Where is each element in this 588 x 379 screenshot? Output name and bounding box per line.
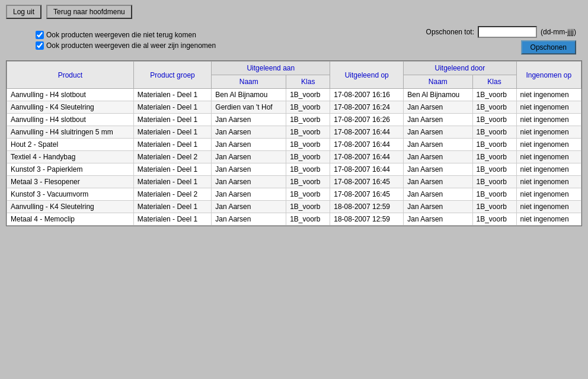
- cell-klas-uit: 1B_voorb: [286, 176, 330, 188]
- cell-klas-uit: 1B_voorb: [286, 201, 330, 213]
- cell-ingenomen: niet ingenomen: [516, 176, 581, 188]
- main-menu-button[interactable]: Terug naar hoofdmenu: [46, 5, 132, 19]
- cell-naam-uit: Gerdien van 't Hof: [212, 101, 286, 114]
- cell-naam-door: Jan Aarsen: [404, 139, 472, 151]
- cell-datum-uit: 17-08-2007 16:44: [330, 126, 404, 139]
- col-uitgeleend-aan: Uitgeleend aan: [212, 62, 330, 75]
- filter-right: Opschonen tot: (dd-mm-jjjj) Opschonen: [426, 26, 576, 54]
- filter-section: Ook producten weergeven die niet terug k…: [0, 24, 588, 57]
- cell-klas-uit: 1B_voorb: [286, 114, 330, 126]
- cell-ingenomen: niet ingenomen: [516, 126, 581, 139]
- col-product-groep: Product groep: [133, 62, 212, 89]
- cell-klas-door: 1B_voorb: [472, 114, 516, 126]
- cell-naam-door: Jan Aarsen: [404, 188, 472, 201]
- check1-label: Ook producten weergeven die niet terug k…: [46, 31, 196, 39]
- cell-naam-uit: Jan Aarsen: [212, 163, 286, 176]
- cell-ingenomen: niet ingenomen: [516, 101, 581, 114]
- cell-klas-uit: 1B_voorb: [286, 126, 330, 139]
- cell-datum-uit: 18-08-2007 12:59: [330, 213, 404, 226]
- cell-klas-door: 1B_voorb: [472, 188, 516, 201]
- cell-product: Textiel 4 - Handybag: [7, 151, 134, 163]
- cell-product: Kunstof 3 - Vacuumvorm: [7, 188, 134, 201]
- cell-naam-door: Jan Aarsen: [404, 151, 472, 163]
- filter-check2[interactable]: Ook producten weergeven die al weer zijn…: [36, 41, 216, 50]
- cell-klas-uit: 1B_voorb: [286, 139, 330, 151]
- cell-datum-uit: 17-08-2007 16:44: [330, 139, 404, 151]
- check2-label: Ook producten weergeven die al weer zijn…: [46, 41, 216, 50]
- col-ingenomen-op: Ingenomen op: [516, 62, 581, 89]
- col-uitgeleend-op: Uitgeleend op: [330, 62, 404, 89]
- cell-naam-door: Jan Aarsen: [404, 114, 472, 126]
- cell-naam-uit: Jan Aarsen: [212, 114, 286, 126]
- table-container: Product Product groep Uitgeleend aan Uit…: [6, 60, 582, 226]
- cell-groep: Materialen - Deel 2: [133, 151, 212, 163]
- table-row: Textiel 4 - Handybag Materialen - Deel 2…: [7, 151, 581, 163]
- cell-naam-uit: Jan Aarsen: [212, 201, 286, 213]
- check1-input[interactable]: [36, 31, 44, 39]
- opschonen-input[interactable]: [478, 26, 537, 38]
- table-row: Kunstof 3 - Papierklem Materialen - Deel…: [7, 163, 581, 176]
- cell-datum-uit: 17-08-2007 16:44: [330, 163, 404, 176]
- logout-button[interactable]: Log uit: [6, 5, 41, 19]
- cell-klas-door: 1B_voorb: [472, 151, 516, 163]
- cell-klas-door: 1B_voorb: [472, 89, 516, 101]
- cell-product: Aanvulling - K4 Sleutelring: [7, 101, 134, 114]
- cell-klas-uit: 1B_voorb: [286, 101, 330, 114]
- cell-klas-door: 1B_voorb: [472, 176, 516, 188]
- check2-input[interactable]: [36, 41, 44, 50]
- opschonen-button[interactable]: Opschonen: [521, 40, 576, 54]
- table-row: Aanvulling - K4 Sleutelring Materialen -…: [7, 201, 581, 213]
- cell-groep: Materialen - Deel 1: [133, 101, 212, 114]
- cell-product: Metaal 3 - Flesopener: [7, 176, 134, 188]
- filter-left: Ook producten weergeven die niet terug k…: [36, 31, 216, 50]
- cell-klas-door: 1B_voorb: [472, 213, 516, 226]
- cell-groep: Materialen - Deel 1: [133, 126, 212, 139]
- cell-datum-uit: 17-08-2007 16:24: [330, 101, 404, 114]
- col-naam-door: Naam: [404, 75, 472, 89]
- cell-ingenomen: niet ingenomen: [516, 201, 581, 213]
- cell-product: Aanvulling - K4 Sleutelring: [7, 201, 134, 213]
- cell-product: Aanvulling - H4 slotbout: [7, 114, 134, 126]
- cell-product: Metaal 4 - Memoclip: [7, 213, 134, 226]
- cell-groep: Materialen - Deel 1: [133, 114, 212, 126]
- col-klas-door: Klas: [472, 75, 516, 89]
- cell-naam-uit: Jan Aarsen: [212, 176, 286, 188]
- cell-naam-uit: Jan Aarsen: [212, 213, 286, 226]
- cell-naam-uit: Ben Al Bijnamou: [212, 89, 286, 101]
- opschonen-row: Opschonen tot: (dd-mm-jjjj): [426, 26, 576, 38]
- table-row: Hout 2 - Spatel Materialen - Deel 1 Jan …: [7, 139, 581, 151]
- cell-naam-door: Jan Aarsen: [404, 213, 472, 226]
- cell-ingenomen: niet ingenomen: [516, 163, 581, 176]
- cell-naam-door: Ben Al Bijnamou: [404, 89, 472, 101]
- cell-naam-uit: Jan Aarsen: [212, 126, 286, 139]
- cell-datum-uit: 17-08-2007 16:45: [330, 188, 404, 201]
- cell-datum-uit: 18-08-2007 12:59: [330, 201, 404, 213]
- cell-product: Aanvulling - H4 sluitringen 5 mm: [7, 126, 134, 139]
- cell-ingenomen: niet ingenomen: [516, 114, 581, 126]
- cell-ingenomen: niet ingenomen: [516, 89, 581, 101]
- cell-klas-door: 1B_voorb: [472, 101, 516, 114]
- filter-check1[interactable]: Ook producten weergeven die niet terug k…: [36, 31, 216, 39]
- cell-groep: Materialen - Deel 1: [133, 89, 212, 101]
- cell-groep: Materialen - Deel 1: [133, 213, 212, 226]
- cell-datum-uit: 17-08-2007 16:16: [330, 89, 404, 101]
- table-row: Kunstof 3 - Vacuumvorm Materialen - Deel…: [7, 188, 581, 201]
- cell-klas-uit: 1B_voorb: [286, 188, 330, 201]
- col-product: Product: [7, 62, 134, 89]
- table-row: Aanvulling - H4 sluitringen 5 mm Materia…: [7, 126, 581, 139]
- col-klas-uit: Klas: [286, 75, 330, 89]
- cell-ingenomen: niet ingenomen: [516, 213, 581, 226]
- cell-product: Kunstof 3 - Papierklem: [7, 163, 134, 176]
- cell-klas-door: 1B_voorb: [472, 126, 516, 139]
- cell-groep: Materialen - Deel 1: [133, 201, 212, 213]
- cell-groep: Materialen - Deel 1: [133, 139, 212, 151]
- opschonen-format: (dd-mm-jjjj): [541, 28, 576, 36]
- cell-naam-uit: Jan Aarsen: [212, 151, 286, 163]
- cell-ingenomen: niet ingenomen: [516, 151, 581, 163]
- cell-groep: Materialen - Deel 2: [133, 188, 212, 201]
- cell-product: Aanvulling - H4 slotbout: [7, 89, 134, 101]
- cell-naam-door: Jan Aarsen: [404, 163, 472, 176]
- col-naam-uit: Naam: [212, 75, 286, 89]
- table-row: Metaal 3 - Flesopener Materialen - Deel …: [7, 176, 581, 188]
- cell-naam-door: Jan Aarsen: [404, 101, 472, 114]
